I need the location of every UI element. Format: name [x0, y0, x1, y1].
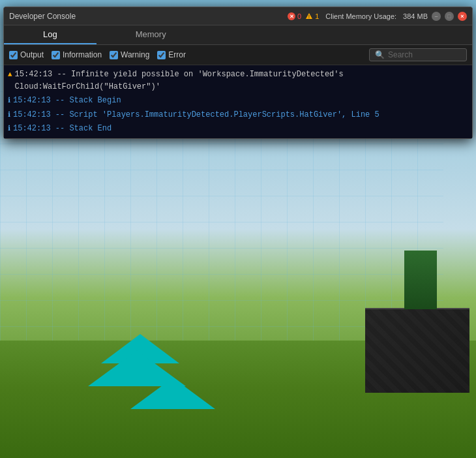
- log-line-1: ℹ 15:42:13 -- Stack Begin: [8, 94, 468, 108]
- filter-information: Information: [52, 50, 102, 59]
- error-label: Error: [168, 50, 186, 59]
- filter-bar: Output Information Warning Error 🔍: [4, 45, 472, 65]
- log-text-0: 15:42:13 -- Infinite yield possible on '…: [15, 69, 468, 93]
- title-bar: Developer Console ✕ 0 ! 1 Client Memory …: [4, 7, 472, 25]
- log-line-3: ℹ 15:42:13 -- Stack End: [8, 122, 468, 136]
- svg-text:!: !: [308, 14, 310, 19]
- information-checkbox[interactable]: [52, 51, 60, 59]
- svg-text:✕: ✕: [290, 14, 294, 20]
- warning-line-icon: ▲: [8, 69, 12, 81]
- warning-badge: ! 1: [305, 12, 319, 20]
- error-badge: ✕ 0: [288, 12, 301, 20]
- filter-error: Error: [157, 50, 186, 59]
- minimize-button[interactable]: –: [432, 12, 441, 21]
- platform: [365, 308, 469, 393]
- search-box: 🔍: [369, 48, 467, 61]
- information-label: Information: [63, 50, 102, 59]
- developer-console: Developer Console ✕ 0 ! 1 Client Memory …: [3, 7, 473, 139]
- info-line-icon-1: ℹ: [8, 95, 10, 107]
- filter-warning: Warning: [110, 50, 149, 59]
- output-label: Output: [20, 50, 44, 59]
- memory-value: 384 MB: [403, 12, 428, 20]
- output-checkbox[interactable]: [9, 51, 18, 59]
- memory-label: Client Memory Usage:: [325, 12, 396, 20]
- search-icon: 🔍: [375, 50, 385, 59]
- teal-triangle-3: [130, 378, 215, 409]
- close-button[interactable]: ×: [458, 12, 467, 21]
- error-icon: ✕: [288, 12, 295, 20]
- warning-icon: !: [305, 12, 313, 20]
- warning-checkbox[interactable]: [110, 51, 118, 59]
- search-input[interactable]: [388, 50, 460, 59]
- log-text-2: 15:42:13 -- Script 'Players.ImmaturityDe…: [13, 109, 379, 121]
- title-controls: ✕ 0 ! 1 Client Memory Usage: 384 MB – □ …: [288, 12, 467, 21]
- maximize-button[interactable]: □: [445, 12, 454, 21]
- info-line-icon-2: ℹ: [8, 110, 10, 121]
- filter-output: Output: [9, 50, 44, 59]
- warning-count: 1: [315, 12, 319, 20]
- log-line-0: ▲ 15:42:13 -- Infinite yield possible on…: [8, 68, 468, 94]
- tab-log[interactable]: Log: [4, 25, 97, 44]
- warning-label: Warning: [121, 50, 149, 59]
- error-count: 0: [297, 12, 301, 20]
- tab-bar: Log Memory: [4, 25, 472, 45]
- log-line-2: ℹ 15:42:13 -- Script 'Players.Immaturity…: [8, 108, 468, 122]
- info-line-icon-3: ℹ: [8, 123, 10, 135]
- console-title: Developer Console: [9, 12, 288, 21]
- platform-top: [404, 251, 437, 309]
- log-text-1: 15:42:13 -- Stack Begin: [13, 95, 121, 107]
- log-content: ▲ 15:42:13 -- Infinite yield possible on…: [4, 65, 472, 138]
- log-text-3: 15:42:13 -- Stack End: [13, 123, 112, 135]
- tab-memory[interactable]: Memory: [97, 25, 205, 44]
- error-checkbox[interactable]: [157, 51, 166, 59]
